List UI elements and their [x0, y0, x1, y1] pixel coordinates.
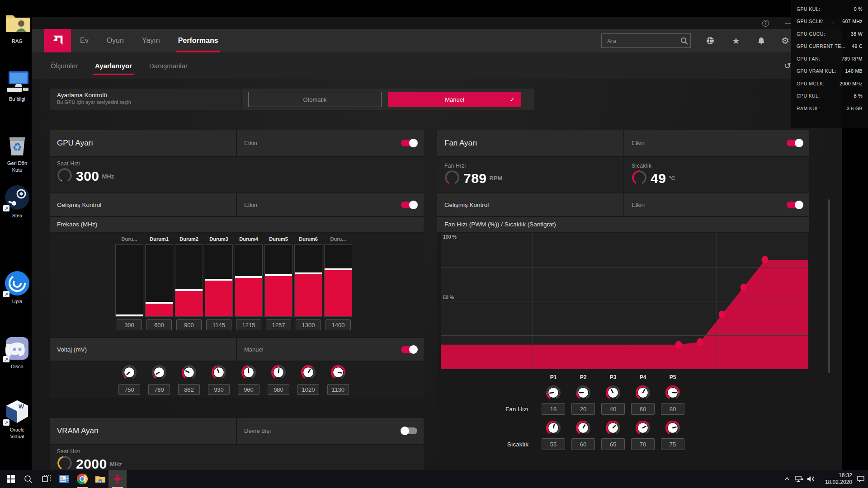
desktop-icon-virtualbox[interactable]: W ↗ Oracle Virtual	[0, 399, 34, 440]
gpu-enable-toggle[interactable]	[401, 140, 417, 146]
fan-enable-toggle[interactable]	[787, 140, 803, 146]
voltage-value[interactable]: 930	[208, 384, 230, 395]
desktop-icon-recycle-bin[interactable]: ♻ Geri Dön Kutu	[0, 132, 34, 174]
manual-button[interactable]: Manuel✓	[388, 92, 521, 107]
star-icon[interactable]: ★	[728, 29, 744, 52]
voltage-knob[interactable]	[330, 364, 346, 382]
freq-state-slider[interactable]	[294, 244, 322, 317]
freq-state-slider[interactable]	[115, 244, 143, 317]
desktop-icon-user-folder[interactable]: RAG	[0, 10, 34, 45]
freq-state-slider[interactable]	[324, 244, 352, 317]
fan-speed-value[interactable]: 20	[571, 403, 595, 415]
fan-speed-value[interactable]: 40	[601, 403, 625, 415]
fan-speed-knob[interactable]	[568, 384, 598, 401]
vram-enable-toggle[interactable]	[401, 427, 417, 434]
voltage-knob[interactable]	[121, 364, 137, 382]
temperature-knob[interactable]	[628, 419, 658, 436]
voltage-value[interactable]: 862	[178, 384, 200, 395]
tab-danismanlar[interactable]: Danışmanlar	[148, 54, 189, 78]
temperature-value[interactable]: 75	[661, 438, 684, 450]
voltage-knob[interactable]	[270, 364, 287, 382]
freq-state-value[interactable]: 300	[117, 319, 142, 330]
fan-speed-value[interactable]: 18	[542, 403, 565, 415]
tab-olcumler[interactable]: Ölçümler	[50, 54, 79, 78]
freq-state-value[interactable]: 1257	[266, 319, 291, 330]
tray-network-icon[interactable]	[793, 470, 806, 488]
desktop-icon-steam[interactable]: ↗ Stea	[0, 184, 34, 219]
radeon-taskbar-icon[interactable]	[108, 470, 127, 488]
freq-state-value[interactable]: 1215	[236, 319, 261, 330]
fan-speed-knob[interactable]	[538, 384, 568, 401]
action-center-icon[interactable]	[854, 470, 868, 488]
fan-speed-value[interactable]: 60	[631, 403, 655, 415]
fan-curve-point-P5[interactable]	[762, 256, 769, 264]
voltage-value[interactable]: 980	[268, 384, 289, 395]
globe-icon[interactable]	[703, 29, 718, 52]
tab-ayarlaniyor[interactable]: Ayarlanıyor	[94, 54, 133, 78]
freq-state-value[interactable]: 600	[146, 319, 172, 330]
voltage-value[interactable]: 769	[148, 384, 170, 395]
fan-speed-knob[interactable]	[658, 384, 688, 401]
gear-icon[interactable]: ⚙	[778, 29, 793, 52]
voltage-value[interactable]: 750	[118, 384, 140, 395]
freq-state-slider[interactable]	[175, 244, 203, 317]
tray-clock[interactable]: 16:32 18.02.2020	[815, 470, 852, 488]
voltage-value[interactable]: 1020	[297, 384, 319, 395]
bell-icon[interactable]	[754, 29, 769, 52]
tray-chevron-icon[interactable]	[781, 470, 793, 488]
voltage-value[interactable]: 960	[238, 384, 259, 395]
file-explorer-icon[interactable]	[91, 470, 109, 488]
vertical-scrollbar[interactable]	[828, 199, 830, 373]
gpu-advanced-toggle[interactable]	[401, 202, 417, 208]
voltage-knob[interactable]	[151, 364, 167, 382]
start-button[interactable]	[2, 470, 20, 488]
freq-state-value[interactable]: 900	[176, 319, 202, 330]
search-icon[interactable]	[676, 29, 692, 52]
taskbar-search-button[interactable]	[19, 470, 37, 488]
freq-state-value[interactable]: 1300	[296, 319, 321, 330]
voltage-value[interactable]: 1130	[327, 384, 349, 395]
temperature-knob[interactable]	[658, 419, 688, 436]
task-view-button[interactable]	[37, 470, 55, 488]
automatic-button[interactable]: Otomatik	[248, 92, 382, 107]
desktop-icon-uplay[interactable]: ↗ Upla	[0, 270, 34, 305]
freq-state-slider[interactable]	[145, 244, 173, 317]
fan-curve-chart[interactable]: 100 % 50 % 0 %, 0°C 42°C 85°C	[441, 233, 808, 369]
tab-yayin[interactable]: Yayın	[141, 30, 161, 52]
tab-ev[interactable]: Ev	[79, 30, 90, 52]
temperature-value[interactable]: 70	[631, 438, 655, 450]
tab-performans[interactable]: Performans	[177, 30, 219, 52]
fan-speed-knob[interactable]	[628, 384, 658, 401]
freq-state-value[interactable]: 1145	[206, 319, 231, 330]
fan-curve-point-P2[interactable]	[697, 338, 703, 346]
desktop-icon-discord[interactable]: ↗ Disco	[0, 335, 34, 370]
freq-state-slider[interactable]	[235, 244, 263, 317]
fan-speed-value[interactable]: 80	[661, 403, 684, 415]
desktop-icon-this-pc[interactable]: Bu bilgi	[0, 68, 34, 103]
voltage-knob[interactable]	[211, 364, 227, 382]
mail-app-icon[interactable]	[55, 470, 73, 488]
voltage-knob[interactable]	[241, 364, 257, 382]
voltage-manual-toggle[interactable]	[401, 346, 417, 353]
fan-curve-point-P3[interactable]	[718, 311, 725, 319]
freq-state-label: Durum5	[269, 236, 288, 244]
help-button[interactable]: ?	[756, 17, 774, 29]
voltage-knob[interactable]	[300, 364, 316, 382]
fan-curve-point-P4[interactable]	[740, 283, 747, 291]
tab-oyun[interactable]: Oyun	[106, 30, 125, 52]
temperature-knob[interactable]	[568, 419, 598, 436]
fan-speed-knob[interactable]	[598, 384, 628, 401]
fan-curve-point-P1[interactable]	[675, 341, 682, 348]
temperature-knob[interactable]	[538, 419, 568, 436]
chrome-icon[interactable]	[73, 470, 91, 488]
temperature-knob[interactable]	[598, 419, 628, 436]
temperature-value[interactable]: 55	[542, 438, 565, 450]
freq-state-value[interactable]: 1400	[326, 319, 351, 330]
temperature-value[interactable]: 60	[571, 438, 595, 450]
voltage-knob[interactable]	[181, 364, 197, 382]
temperature-value[interactable]: 65	[601, 438, 625, 450]
fan-advanced-toggle[interactable]	[787, 202, 803, 208]
freq-state-slider[interactable]	[264, 244, 292, 317]
amd-logo[interactable]	[44, 29, 71, 52]
freq-state-slider[interactable]	[205, 244, 233, 317]
